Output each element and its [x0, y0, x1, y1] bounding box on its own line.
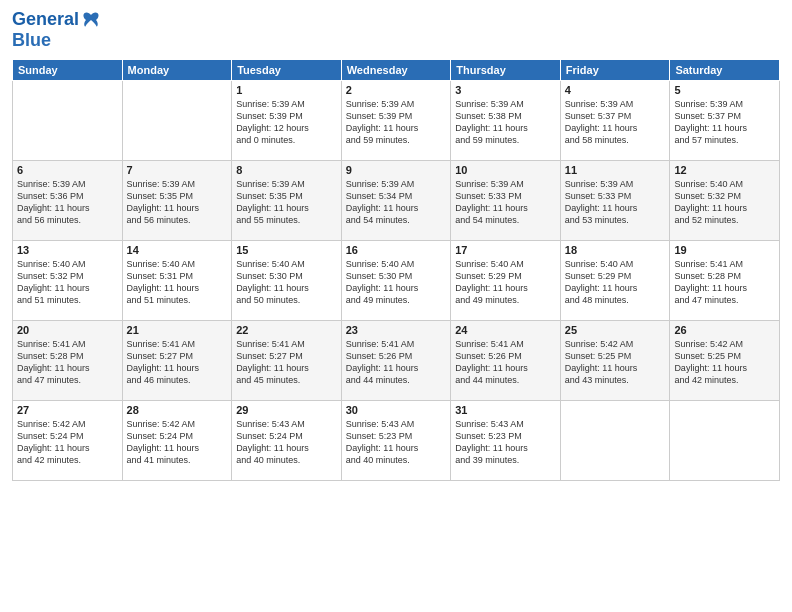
day-info: Sunrise: 5:43 AM Sunset: 5:23 PM Dayligh… — [346, 418, 447, 467]
day-info: Sunrise: 5:40 AM Sunset: 5:30 PM Dayligh… — [236, 258, 337, 307]
calendar-cell: 25Sunrise: 5:42 AM Sunset: 5:25 PM Dayli… — [560, 321, 670, 401]
day-number: 30 — [346, 404, 447, 416]
calendar-cell: 18Sunrise: 5:40 AM Sunset: 5:29 PM Dayli… — [560, 241, 670, 321]
calendar-cell: 2Sunrise: 5:39 AM Sunset: 5:39 PM Daylig… — [341, 81, 451, 161]
day-number: 4 — [565, 84, 666, 96]
day-info: Sunrise: 5:41 AM Sunset: 5:27 PM Dayligh… — [236, 338, 337, 387]
day-number: 1 — [236, 84, 337, 96]
day-number: 26 — [674, 324, 775, 336]
calendar-cell: 15Sunrise: 5:40 AM Sunset: 5:30 PM Dayli… — [232, 241, 342, 321]
calendar-cell — [122, 81, 232, 161]
day-info: Sunrise: 5:40 AM Sunset: 5:32 PM Dayligh… — [674, 178, 775, 227]
calendar-cell: 24Sunrise: 5:41 AM Sunset: 5:26 PM Dayli… — [451, 321, 561, 401]
day-info: Sunrise: 5:39 AM Sunset: 5:37 PM Dayligh… — [565, 98, 666, 147]
day-number: 10 — [455, 164, 556, 176]
calendar-header-row: SundayMondayTuesdayWednesdayThursdayFrid… — [13, 60, 780, 81]
calendar-week-row: 13Sunrise: 5:40 AM Sunset: 5:32 PM Dayli… — [13, 241, 780, 321]
calendar-week-row: 27Sunrise: 5:42 AM Sunset: 5:24 PM Dayli… — [13, 401, 780, 481]
calendar-cell: 16Sunrise: 5:40 AM Sunset: 5:30 PM Dayli… — [341, 241, 451, 321]
day-info: Sunrise: 5:39 AM Sunset: 5:34 PM Dayligh… — [346, 178, 447, 227]
day-info: Sunrise: 5:40 AM Sunset: 5:31 PM Dayligh… — [127, 258, 228, 307]
day-number: 25 — [565, 324, 666, 336]
calendar-cell: 4Sunrise: 5:39 AM Sunset: 5:37 PM Daylig… — [560, 81, 670, 161]
weekday-header-wednesday: Wednesday — [341, 60, 451, 81]
day-number: 18 — [565, 244, 666, 256]
logo: General Blue — [12, 10, 101, 51]
calendar-cell: 13Sunrise: 5:40 AM Sunset: 5:32 PM Dayli… — [13, 241, 123, 321]
day-info: Sunrise: 5:39 AM Sunset: 5:33 PM Dayligh… — [565, 178, 666, 227]
calendar-cell — [560, 401, 670, 481]
calendar-cell: 12Sunrise: 5:40 AM Sunset: 5:32 PM Dayli… — [670, 161, 780, 241]
calendar-cell: 6Sunrise: 5:39 AM Sunset: 5:36 PM Daylig… — [13, 161, 123, 241]
day-info: Sunrise: 5:42 AM Sunset: 5:25 PM Dayligh… — [674, 338, 775, 387]
day-number: 22 — [236, 324, 337, 336]
calendar-cell: 3Sunrise: 5:39 AM Sunset: 5:38 PM Daylig… — [451, 81, 561, 161]
weekday-header-sunday: Sunday — [13, 60, 123, 81]
day-info: Sunrise: 5:39 AM Sunset: 5:37 PM Dayligh… — [674, 98, 775, 147]
day-info: Sunrise: 5:41 AM Sunset: 5:27 PM Dayligh… — [127, 338, 228, 387]
calendar-cell: 7Sunrise: 5:39 AM Sunset: 5:35 PM Daylig… — [122, 161, 232, 241]
weekday-header-friday: Friday — [560, 60, 670, 81]
day-info: Sunrise: 5:43 AM Sunset: 5:24 PM Dayligh… — [236, 418, 337, 467]
weekday-header-thursday: Thursday — [451, 60, 561, 81]
day-info: Sunrise: 5:42 AM Sunset: 5:24 PM Dayligh… — [17, 418, 118, 467]
calendar-week-row: 20Sunrise: 5:41 AM Sunset: 5:28 PM Dayli… — [13, 321, 780, 401]
day-info: Sunrise: 5:40 AM Sunset: 5:30 PM Dayligh… — [346, 258, 447, 307]
calendar-cell: 19Sunrise: 5:41 AM Sunset: 5:28 PM Dayli… — [670, 241, 780, 321]
day-number: 20 — [17, 324, 118, 336]
day-info: Sunrise: 5:39 AM Sunset: 5:39 PM Dayligh… — [346, 98, 447, 147]
calendar-cell: 5Sunrise: 5:39 AM Sunset: 5:37 PM Daylig… — [670, 81, 780, 161]
day-number: 24 — [455, 324, 556, 336]
day-number: 19 — [674, 244, 775, 256]
calendar-cell: 11Sunrise: 5:39 AM Sunset: 5:33 PM Dayli… — [560, 161, 670, 241]
day-info: Sunrise: 5:39 AM Sunset: 5:35 PM Dayligh… — [127, 178, 228, 227]
calendar-week-row: 6Sunrise: 5:39 AM Sunset: 5:36 PM Daylig… — [13, 161, 780, 241]
day-number: 3 — [455, 84, 556, 96]
calendar-cell: 8Sunrise: 5:39 AM Sunset: 5:35 PM Daylig… — [232, 161, 342, 241]
calendar-cell: 14Sunrise: 5:40 AM Sunset: 5:31 PM Dayli… — [122, 241, 232, 321]
day-number: 9 — [346, 164, 447, 176]
day-info: Sunrise: 5:39 AM Sunset: 5:35 PM Dayligh… — [236, 178, 337, 227]
day-number: 5 — [674, 84, 775, 96]
calendar-cell: 20Sunrise: 5:41 AM Sunset: 5:28 PM Dayli… — [13, 321, 123, 401]
day-number: 11 — [565, 164, 666, 176]
header: General Blue — [12, 10, 780, 51]
calendar-cell: 17Sunrise: 5:40 AM Sunset: 5:29 PM Dayli… — [451, 241, 561, 321]
day-number: 13 — [17, 244, 118, 256]
calendar-cell: 22Sunrise: 5:41 AM Sunset: 5:27 PM Dayli… — [232, 321, 342, 401]
weekday-header-saturday: Saturday — [670, 60, 780, 81]
day-info: Sunrise: 5:42 AM Sunset: 5:24 PM Dayligh… — [127, 418, 228, 467]
day-info: Sunrise: 5:41 AM Sunset: 5:26 PM Dayligh… — [455, 338, 556, 387]
day-number: 2 — [346, 84, 447, 96]
calendar-cell: 21Sunrise: 5:41 AM Sunset: 5:27 PM Dayli… — [122, 321, 232, 401]
calendar-cell: 29Sunrise: 5:43 AM Sunset: 5:24 PM Dayli… — [232, 401, 342, 481]
calendar-cell — [13, 81, 123, 161]
day-number: 28 — [127, 404, 228, 416]
calendar-cell — [670, 401, 780, 481]
calendar-week-row: 1Sunrise: 5:39 AM Sunset: 5:39 PM Daylig… — [13, 81, 780, 161]
day-number: 16 — [346, 244, 447, 256]
day-number: 31 — [455, 404, 556, 416]
day-info: Sunrise: 5:40 AM Sunset: 5:29 PM Dayligh… — [565, 258, 666, 307]
day-number: 6 — [17, 164, 118, 176]
day-info: Sunrise: 5:41 AM Sunset: 5:26 PM Dayligh… — [346, 338, 447, 387]
day-number: 21 — [127, 324, 228, 336]
page-container: General Blue SundayMondayTuesdayWednesda… — [0, 0, 792, 612]
weekday-header-monday: Monday — [122, 60, 232, 81]
calendar-cell: 9Sunrise: 5:39 AM Sunset: 5:34 PM Daylig… — [341, 161, 451, 241]
calendar-cell: 1Sunrise: 5:39 AM Sunset: 5:39 PM Daylig… — [232, 81, 342, 161]
day-number: 27 — [17, 404, 118, 416]
day-info: Sunrise: 5:39 AM Sunset: 5:33 PM Dayligh… — [455, 178, 556, 227]
day-info: Sunrise: 5:40 AM Sunset: 5:29 PM Dayligh… — [455, 258, 556, 307]
day-number: 15 — [236, 244, 337, 256]
day-number: 8 — [236, 164, 337, 176]
calendar-cell: 23Sunrise: 5:41 AM Sunset: 5:26 PM Dayli… — [341, 321, 451, 401]
logo-text: General — [12, 10, 79, 30]
day-number: 7 — [127, 164, 228, 176]
calendar-table: SundayMondayTuesdayWednesdayThursdayFrid… — [12, 59, 780, 481]
day-info: Sunrise: 5:39 AM Sunset: 5:39 PM Dayligh… — [236, 98, 337, 147]
day-number: 12 — [674, 164, 775, 176]
calendar-cell: 26Sunrise: 5:42 AM Sunset: 5:25 PM Dayli… — [670, 321, 780, 401]
day-info: Sunrise: 5:41 AM Sunset: 5:28 PM Dayligh… — [17, 338, 118, 387]
day-number: 29 — [236, 404, 337, 416]
